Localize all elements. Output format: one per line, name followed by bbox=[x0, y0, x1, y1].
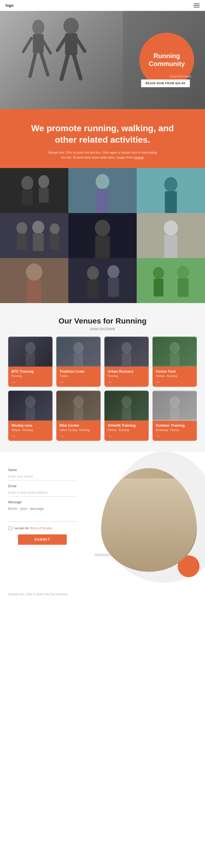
svg-point-24 bbox=[17, 222, 27, 234]
hero-section: Running Community Image from Freepik BEG… bbox=[0, 11, 205, 109]
venue-arrow-5[interactable]: → bbox=[11, 434, 16, 439]
venue-type-7: Fitness · Running bbox=[108, 429, 146, 432]
svg-point-56 bbox=[121, 342, 132, 353]
footer-sample-text: Sample text. Click to select the Text El… bbox=[0, 588, 205, 600]
svg-rect-41 bbox=[87, 279, 98, 299]
svg-rect-66 bbox=[74, 407, 83, 420]
svg-point-21 bbox=[164, 177, 177, 192]
venue-image-4 bbox=[153, 337, 197, 367]
svg-rect-27 bbox=[33, 233, 44, 251]
svg-point-34 bbox=[164, 220, 178, 236]
venue-info-5: Weekly runs Fitness · Running → bbox=[8, 421, 52, 441]
venue-image-8 bbox=[153, 391, 197, 421]
photo-cell-6 bbox=[137, 213, 205, 258]
venue-info-4: Center Park Fitness · Running → bbox=[153, 367, 197, 387]
message-label: Message bbox=[8, 500, 77, 504]
submit-button[interactable]: SUBMIT bbox=[18, 534, 67, 545]
venue-type-4: Fitness · Running bbox=[156, 375, 194, 377]
photo-cell-3 bbox=[137, 168, 205, 213]
svg-rect-29 bbox=[50, 234, 59, 250]
svg-rect-43 bbox=[108, 278, 119, 297]
message-field-group: Message bbox=[8, 500, 77, 523]
svg-rect-39 bbox=[68, 258, 137, 303]
venue-card-5[interactable]: Weekly runs Fitness · Running → bbox=[8, 391, 52, 441]
svg-point-62 bbox=[25, 396, 35, 407]
photo-cell-4 bbox=[0, 213, 68, 258]
photo-cell-5 bbox=[68, 213, 137, 258]
svg-rect-25 bbox=[17, 234, 27, 250]
venue-card-1[interactable]: BTC Training Running → bbox=[8, 337, 52, 387]
email-input[interactable] bbox=[8, 489, 77, 496]
svg-point-42 bbox=[107, 265, 120, 278]
svg-point-53 bbox=[73, 342, 84, 353]
svg-rect-22 bbox=[165, 191, 177, 213]
venue-info-2: Triathlon Crew Triaton → bbox=[56, 367, 101, 387]
promo-link[interactable]: Freepik bbox=[134, 156, 144, 159]
venue-card-6[interactable]: Nike Center Indoor Cycling · Running → bbox=[56, 391, 101, 441]
venue-arrow-2[interactable]: → bbox=[59, 380, 64, 384]
venue-card-3[interactable]: Urban Runners Running → bbox=[104, 337, 149, 387]
venue-card-2[interactable]: Triathlon Crew Triaton → bbox=[56, 337, 101, 387]
svg-line-10 bbox=[57, 37, 66, 51]
svg-rect-1 bbox=[33, 34, 44, 53]
venue-arrow-3[interactable]: → bbox=[108, 380, 112, 384]
venue-name-3: Urban Runners bbox=[108, 369, 146, 374]
contact-section: Name Email Message I accept the Terms of… bbox=[0, 452, 205, 588]
svg-rect-38 bbox=[27, 280, 42, 303]
terms-label: I accept the Terms of Service bbox=[14, 526, 52, 530]
hero-cta-circle: Running Community bbox=[139, 33, 194, 87]
terms-checkbox-row: I accept the Terms of Service bbox=[8, 526, 77, 530]
message-textarea[interactable] bbox=[8, 505, 77, 522]
venue-info-3: Urban Runners Running → bbox=[104, 367, 149, 387]
svg-rect-69 bbox=[122, 407, 131, 420]
svg-point-0 bbox=[32, 20, 44, 35]
svg-rect-48 bbox=[178, 278, 188, 297]
photo-cell-7 bbox=[0, 258, 68, 303]
svg-rect-72 bbox=[170, 407, 179, 420]
email-field-group: Email bbox=[8, 484, 77, 496]
svg-point-50 bbox=[25, 342, 35, 353]
venue-arrow-6[interactable]: → bbox=[59, 434, 64, 439]
venues-title: Our Venues for Running bbox=[8, 317, 197, 326]
svg-rect-57 bbox=[122, 353, 131, 366]
venue-image-7 bbox=[104, 391, 149, 421]
photo-cell-9 bbox=[137, 258, 205, 303]
svg-point-6 bbox=[63, 18, 79, 34]
svg-rect-12 bbox=[0, 168, 68, 213]
terms-checkbox[interactable] bbox=[8, 526, 12, 530]
svg-point-26 bbox=[32, 221, 44, 234]
terms-link[interactable]: Terms of Service bbox=[30, 526, 52, 530]
venue-card-4[interactable]: Center Park Fitness · Running → bbox=[153, 337, 197, 387]
email-label: Email bbox=[8, 484, 77, 488]
svg-line-8 bbox=[61, 55, 68, 79]
venue-name-7: Athletik Training bbox=[108, 423, 146, 428]
venue-image-3 bbox=[104, 337, 149, 367]
venue-name-4: Center Park bbox=[156, 369, 194, 374]
venue-arrow-8[interactable]: → bbox=[156, 434, 160, 439]
venue-info-1: BTC Training Running → bbox=[8, 367, 52, 387]
svg-rect-44 bbox=[137, 258, 205, 303]
venue-arrow-7[interactable]: → bbox=[108, 434, 112, 439]
svg-rect-63 bbox=[26, 407, 35, 420]
venues-credit: Images from Freepik bbox=[8, 327, 197, 330]
hero-cta-button[interactable]: BEGIN NOW FROM $24,00 bbox=[141, 80, 190, 87]
name-input[interactable] bbox=[8, 473, 77, 480]
venue-arrow-1[interactable]: → bbox=[11, 380, 16, 384]
svg-rect-32 bbox=[95, 236, 110, 258]
svg-point-47 bbox=[177, 266, 189, 279]
svg-point-68 bbox=[121, 396, 132, 407]
svg-rect-19 bbox=[96, 189, 109, 213]
svg-rect-51 bbox=[26, 353, 35, 366]
venue-card-7[interactable]: Athletik Training Fitness · Running → bbox=[104, 391, 149, 441]
hero-image-credit: Image from Freepik bbox=[170, 75, 191, 78]
hamburger-menu[interactable] bbox=[194, 4, 200, 7]
venue-card-8[interactable]: Outdoor Training Bootcamp · Fitness → bbox=[153, 391, 197, 441]
venue-name-5: Weekly runs bbox=[11, 423, 49, 428]
footer: Sample text. Click to select the Text El… bbox=[0, 588, 205, 600]
name-label: Name bbox=[8, 468, 77, 472]
promo-heading: We promote running, walking, and other r… bbox=[22, 123, 183, 145]
venue-type-8: Bootcamp · Fitness bbox=[156, 429, 194, 432]
svg-rect-16 bbox=[39, 188, 49, 203]
venue-arrow-4[interactable]: → bbox=[156, 380, 160, 384]
svg-rect-35 bbox=[164, 235, 177, 258]
